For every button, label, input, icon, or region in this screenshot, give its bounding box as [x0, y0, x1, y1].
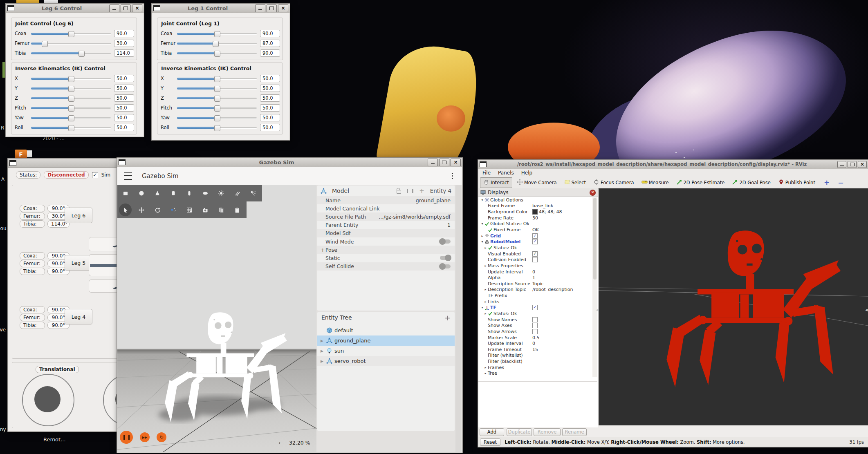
slider-value[interactable]: 90.0 — [260, 49, 280, 57]
titlebar[interactable]: Gazebo Sim × — [117, 158, 462, 167]
display-property-row[interactable]: TF Prefix — [478, 293, 592, 299]
slider-value[interactable]: 50.0 — [114, 124, 134, 131]
display-property-row[interactable]: Fixed Framebase_link — [478, 203, 592, 209]
slider[interactable] — [31, 76, 111, 81]
desktop-label[interactable]: ny — [0, 427, 6, 432]
slider[interactable] — [31, 41, 111, 46]
slider-value[interactable]: 50.0 — [260, 94, 280, 102]
panel-expand-icon[interactable]: ◀ — [865, 308, 868, 312]
tool-point-light[interactable] — [213, 185, 229, 201]
slider[interactable] — [177, 86, 257, 91]
leg-button[interactable]: Leg 6 — [65, 208, 92, 223]
checkbox-checked[interactable]: ✓ — [532, 305, 538, 310]
reset-sim-button[interactable]: ↻ — [157, 432, 166, 442]
gazebo-viewport[interactable]: ▶▶ ↻ ‹ 32.20 % — [117, 185, 316, 452]
tool-select[interactable]: Select — [561, 178, 589, 188]
slider-value[interactable]: 30.0 — [114, 40, 134, 47]
displays-header[interactable]: Displays × — [478, 188, 598, 197]
desktop-label[interactable]: A — [1, 177, 4, 182]
model-property-row[interactable]: Self Collide — [317, 262, 455, 271]
add-icon[interactable]: + — [419, 187, 424, 195]
slider[interactable] — [31, 51, 111, 56]
display-property-row[interactable]: ▾Global Options — [478, 197, 592, 203]
checkbox-checked[interactable]: ✓ — [532, 239, 538, 244]
model-property-row[interactable]: Static — [317, 254, 455, 262]
slider-handle[interactable] — [214, 115, 220, 121]
window-menu-icon[interactable] — [119, 159, 126, 165]
window-menu-icon[interactable] — [7, 5, 14, 11]
slider-handle[interactable] — [214, 76, 220, 82]
checkbox-checked[interactable]: ✓ — [532, 251, 538, 257]
model-property-row[interactable]: Source File Path.../gz-sim8/worlds/empty… — [317, 212, 455, 221]
window-menu-icon[interactable] — [480, 161, 487, 167]
display-property-row[interactable]: Frame Rate30 — [478, 215, 592, 221]
minimize-button[interactable] — [255, 4, 265, 12]
tool-measure[interactable]: Measure — [639, 178, 672, 188]
expander-icon[interactable]: ▾ — [480, 240, 484, 244]
tool-select[interactable] — [117, 201, 133, 218]
slider[interactable] — [177, 96, 257, 101]
display-property-row[interactable]: Filter (whitelist) — [478, 353, 592, 359]
checkbox-unchecked[interactable] — [532, 323, 538, 328]
slider-handle[interactable] — [214, 51, 220, 57]
tool-cone[interactable] — [149, 185, 165, 201]
menu-file[interactable]: File — [482, 170, 491, 176]
display-property-row[interactable]: ▸Frames — [478, 365, 592, 371]
translational-joystick[interactable] — [22, 374, 74, 426]
display-property-row[interactable]: Frame Timeout15 — [478, 347, 592, 353]
display-property-row[interactable]: Collision Enabled — [478, 257, 592, 263]
menu-panels[interactable]: Panels — [498, 170, 514, 176]
tool-move-camera[interactable]: Move Camera — [514, 178, 560, 188]
desktop-label[interactable]: cou — [0, 226, 7, 231]
close-button[interactable]: × — [278, 4, 288, 12]
tool-cylinder[interactable] — [165, 185, 181, 201]
display-property-row[interactable]: Show Names — [478, 317, 592, 323]
checkbox-unchecked[interactable] — [532, 257, 538, 262]
tool-ellipsoid[interactable] — [197, 185, 213, 201]
slider-handle[interactable] — [68, 125, 74, 131]
entity-tree-item[interactable]: default — [317, 325, 455, 335]
display-property-row[interactable]: Fixed FrameOK — [478, 227, 592, 233]
display-property-row[interactable]: ▸Tree — [478, 371, 592, 377]
slider-handle[interactable] — [214, 105, 220, 112]
slider-value[interactable]: 50.0 — [260, 104, 280, 112]
display-property-row[interactable]: Filter (blacklist) — [478, 358, 592, 365]
tool-focus-camera[interactable]: Focus Camera — [590, 178, 637, 188]
slider-value[interactable]: 50.0 — [114, 94, 134, 102]
close-panel-icon[interactable]: × — [590, 190, 596, 196]
display-property-row[interactable]: Show Arrows — [478, 329, 592, 335]
expander-icon[interactable]: ▸ — [483, 312, 488, 315]
add-display-button[interactable]: + — [820, 179, 834, 187]
slider[interactable] — [31, 115, 111, 121]
display-property-row[interactable]: ▾TF✓ — [478, 305, 592, 311]
leg-button[interactable]: Leg 4 — [65, 309, 92, 324]
slider-handle[interactable] — [214, 86, 220, 92]
tool-capsule[interactable] — [181, 185, 197, 201]
slider-handle[interactable] — [214, 96, 220, 102]
entity-tree-item[interactable]: ▶servo_robot — [317, 356, 455, 366]
expander-icon[interactable]: ▸ — [483, 366, 488, 369]
slider-handle[interactable] — [68, 115, 74, 121]
slider[interactable] — [31, 105, 111, 111]
maximize-button[interactable] — [121, 4, 131, 12]
hamburger-menu-icon[interactable] — [124, 172, 132, 180]
expand-chevron-icon[interactable]: ▶ — [321, 359, 326, 363]
desktop-label[interactable]: we — [0, 327, 6, 333]
tool-screenshot[interactable] — [197, 201, 213, 218]
rviz-3d-view[interactable] — [599, 188, 868, 425]
slider-handle[interactable] — [68, 86, 74, 92]
display-property-row[interactable]: ▸Status: Ok — [478, 245, 592, 251]
expander-icon[interactable]: ▸ — [483, 246, 488, 250]
color-swatch[interactable] — [532, 209, 538, 215]
checkbox-unchecked[interactable] — [532, 317, 538, 322]
expander-icon[interactable]: ▾ — [480, 306, 484, 309]
display-property-row[interactable]: ▸Grid✓ — [478, 233, 592, 239]
kebab-menu-icon[interactable] — [452, 175, 453, 177]
pause-icon[interactable] — [407, 189, 413, 193]
display-property-row[interactable]: Background Color48; 48; 48 — [478, 209, 592, 215]
tool-sphere[interactable] — [133, 185, 149, 201]
expander-icon[interactable]: ▸ — [483, 264, 488, 268]
entity-tree-item[interactable]: ▶sun — [317, 346, 455, 356]
expander-icon[interactable]: ▾ — [480, 198, 484, 202]
slider[interactable] — [31, 31, 111, 36]
